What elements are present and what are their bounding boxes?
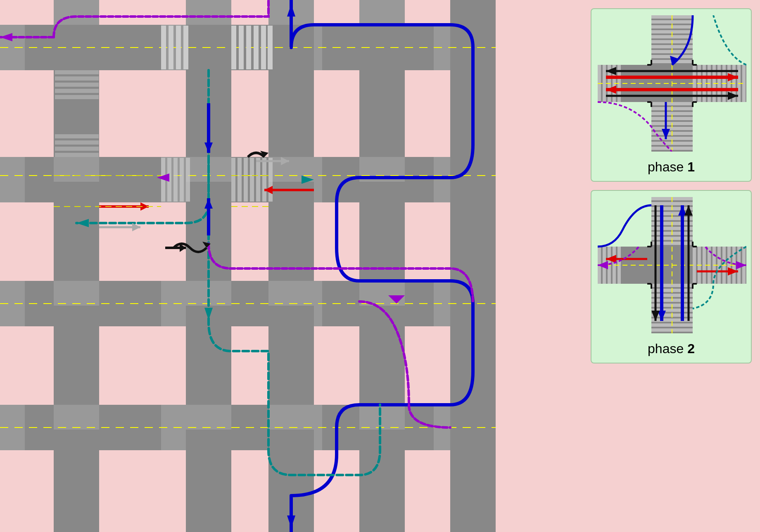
svg-rect-185 (651, 202, 693, 205)
svg-rect-31 (268, 0, 314, 532)
svg-rect-27 (186, 0, 231, 25)
svg-rect-68 (55, 70, 99, 74)
svg-rect-63 (244, 158, 248, 202)
svg-rect-69 (55, 76, 99, 81)
phase2-number: 2 (687, 341, 695, 356)
svg-rect-48 (176, 26, 181, 69)
svg-rect-54 (261, 26, 266, 69)
svg-rect-34 (268, 281, 314, 306)
svg-rect-24 (54, 281, 99, 306)
svg-rect-163 (651, 102, 652, 107)
svg-rect-52 (246, 26, 251, 69)
svg-rect-55 (268, 26, 273, 69)
svg-rect-60 (186, 158, 190, 202)
svg-rect-125 (651, 20, 693, 24)
svg-rect-53 (254, 26, 259, 69)
svg-rect-23 (54, 157, 99, 182)
svg-rect-162 (692, 60, 694, 65)
svg-rect-61 (231, 158, 235, 202)
svg-rect-35 (268, 405, 314, 430)
svg-rect-225 (692, 242, 694, 247)
svg-rect-109 (603, 65, 606, 102)
svg-rect-46 (161, 26, 166, 69)
phase1-label: phase 1 (648, 159, 695, 175)
svg-rect-59 (180, 158, 184, 202)
svg-rect-190 (651, 227, 693, 230)
svg-rect-226 (651, 284, 652, 289)
phase2-label: phase 2 (648, 341, 695, 356)
phase2-box: phase 2 (591, 190, 752, 363)
svg-rect-76 (55, 134, 99, 138)
svg-rect-70 (55, 83, 99, 87)
svg-rect-67 (268, 158, 273, 202)
svg-rect-7 (0, 157, 25, 202)
svg-rect-66 (262, 158, 266, 202)
svg-rect-224 (651, 242, 652, 247)
svg-rect-71 (55, 89, 99, 93)
svg-rect-72 (55, 95, 99, 99)
svg-rect-49 (183, 26, 188, 69)
phase1-number: 1 (687, 159, 695, 174)
svg-rect-58 (173, 158, 178, 202)
phase2-diagram (598, 197, 745, 342)
svg-rect-65 (256, 158, 260, 202)
svg-rect-47 (169, 26, 173, 69)
phase1-text: phase (648, 159, 687, 174)
svg-rect-75 (55, 140, 99, 145)
svg-rect-25 (54, 405, 99, 430)
svg-rect-161 (651, 60, 652, 65)
svg-rect-64 (250, 158, 254, 202)
svg-rect-30 (186, 405, 231, 430)
svg-rect-40 (359, 405, 405, 430)
svg-rect-227 (692, 284, 694, 289)
svg-rect-37 (359, 0, 405, 25)
svg-rect-62 (238, 158, 242, 202)
svg-rect-164 (692, 102, 694, 107)
svg-rect-50 (231, 26, 236, 69)
svg-rect-51 (239, 26, 244, 69)
phase1-diagram (598, 15, 745, 160)
phase2-text: phase (648, 341, 687, 356)
phase1-box: phase 1 (591, 8, 752, 182)
svg-rect-74 (55, 147, 99, 151)
svg-rect-73 (55, 153, 99, 157)
right-panel: phase 1 (591, 8, 752, 363)
svg-rect-36 (359, 0, 405, 532)
